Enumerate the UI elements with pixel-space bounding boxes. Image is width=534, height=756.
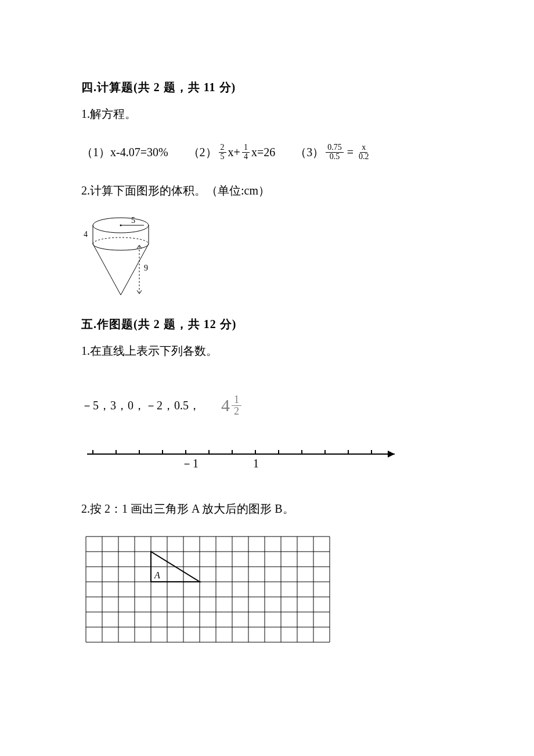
label-radius: 5 xyxy=(131,216,135,225)
frac-den: 4 xyxy=(242,153,250,161)
frac-den: 0.2 xyxy=(357,153,371,161)
section-4-heading: 四.计算题(共 2 题，共 11 分) xyxy=(81,78,453,96)
s4-q2-figure: 5 4 9 xyxy=(81,214,453,301)
number-line-figure: －1 1 xyxy=(81,441,406,476)
cone-cylinder-figure: 5 4 9 xyxy=(81,214,157,301)
s4-q1-part2-frac1: 2 5 xyxy=(219,143,226,161)
s4-q1-part3-label: （3） xyxy=(295,143,324,161)
triangle-label-a: A xyxy=(154,570,160,580)
label-h2: 9 xyxy=(144,264,148,272)
s5-q1-mixed-number: 4 1 2 xyxy=(221,391,241,419)
svg-marker-9 xyxy=(388,451,395,458)
s5-q2-grid: A xyxy=(81,532,453,648)
frac-num: 0.75 xyxy=(326,143,344,153)
frac-num: 1 xyxy=(242,143,250,153)
s4-q1-part3: （3） 0.75 0.5 = x 0.2 xyxy=(295,143,372,161)
s5-q1-numberline: －1 1 xyxy=(81,441,453,476)
label-h1: 4 xyxy=(84,230,88,239)
s5-q2-prompt: 2.按 2：1 画出三角形 A 放大后的图形 B。 xyxy=(81,499,453,518)
s4-q1-part2: （2） 2 5 x+ 1 4 x=26 xyxy=(188,143,276,161)
s5-q1-numbers: －5，3，0，－2，0.5， xyxy=(81,396,200,415)
s5-q1-prompt: 1.在直线上表示下列各数。 xyxy=(81,341,453,360)
s4-q1-part1: （1） x-4.07=30% xyxy=(81,143,168,161)
s4-q1-prompt: 1.解方程。 xyxy=(81,105,453,123)
s4-q1-part2-mid: x+ xyxy=(228,143,240,161)
s4-q1-part3-lhs: 0.75 0.5 xyxy=(326,143,344,161)
s5-q1-number-list: －5，3，0，－2，0.5， 4 1 2 xyxy=(81,391,453,419)
s4-q1-part3-eq: = xyxy=(347,143,353,161)
s4-q1-part3-rhs: x 0.2 xyxy=(357,143,371,161)
axis-neg1: －1 xyxy=(181,457,199,470)
s4-q1-part1-eq: x-4.07=30% xyxy=(110,143,168,161)
s4-q1-part2-label: （2） xyxy=(188,143,217,161)
frac-num: x xyxy=(360,143,367,153)
s4-q1-part2-frac2: 1 4 xyxy=(242,143,250,161)
frac-num: 2 xyxy=(219,143,226,153)
s4-q1-part2-tail: x=26 xyxy=(251,143,275,161)
section-5-heading: 五.作图题(共 2 题，共 12 分) xyxy=(81,315,453,333)
document-page: 四.计算题(共 2 题，共 11 分) 1.解方程。 （1） x-4.07=30… xyxy=(0,0,534,682)
triangle-grid-figure: A xyxy=(81,532,337,648)
mixed-whole: 4 xyxy=(221,391,230,419)
frac-den: 5 xyxy=(219,153,226,161)
axis-pos1: 1 xyxy=(253,457,259,470)
mixed-den: 2 xyxy=(232,406,241,417)
s4-q2-prompt: 2.计算下面图形的体积。（单位:cm） xyxy=(81,181,453,200)
mixed-num: 1 xyxy=(232,394,241,406)
s4-q1-part1-label: （1） xyxy=(81,143,110,161)
svg-line-5 xyxy=(93,244,121,295)
frac-den: 0.5 xyxy=(328,153,342,161)
s4-q1-equations: （1） x-4.07=30% （2） 2 5 x+ 1 4 x=26 （3） 0… xyxy=(81,143,453,161)
mixed-frac: 1 2 xyxy=(232,394,241,417)
